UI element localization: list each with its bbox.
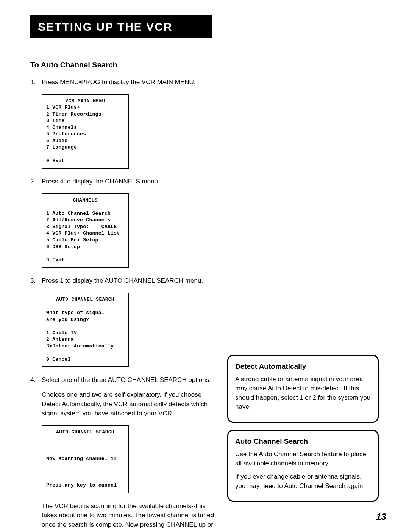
screen-vcr-main-menu: VCR MAIN MENU1 VCR Plus+ 2 Timer Recordi… (42, 94, 129, 169)
menu-item: 5 Preferences (46, 131, 86, 137)
screen-prompt: are you using? (46, 317, 89, 322)
screen-channels: CHANNELS 1 Auto Channel Search 2 Add/Rem… (42, 193, 129, 268)
menu-item: 5 Cable Box Setup (46, 237, 98, 243)
screen-title: CHANNELS (46, 197, 124, 204)
step-4: 4. Select one of the three AUTO CHANNEL … (30, 376, 220, 418)
screen-title: AUTO CHANNEL SEARCH (46, 296, 124, 303)
screen-title: VCR MAIN MENU (46, 98, 124, 105)
scan-status: Now scanning channel 14 (46, 456, 117, 462)
menu-item: 2 Add/Remove Channels (46, 217, 111, 223)
step-number: 3. (30, 276, 42, 286)
callout-text: A strong cable or antenna signal in your… (235, 375, 371, 412)
callout-column: Detect Automatically A strong cable or a… (227, 355, 379, 509)
menu-item: 1 Cable TV (46, 330, 77, 336)
menu-item: 0 Cancel (46, 357, 71, 362)
step-text-line: Select one of the three AUTO CHANNEL SEA… (42, 376, 211, 383)
callout-text: If you ever change cable or antenna sign… (235, 472, 371, 491)
callout-title: Auto Channel Search (235, 436, 371, 447)
step-paragraph: Choices one and two are self-explanatory… (42, 391, 208, 417)
menu-item: 2 Antenna (46, 336, 74, 342)
step-paragraph: The VCR begins scanning for the availabl… (42, 502, 220, 532)
screen-prompt: What type of signal (46, 310, 105, 316)
menu-item: 2 Timer Recordings (46, 111, 101, 117)
step-2: 2. Press 4 to display the CHANNELS menu. (30, 177, 220, 186)
step-text: Press 4 to display the CHANNELS menu. (42, 177, 220, 186)
menu-item: 4 Channels (46, 125, 77, 130)
step-number: 2. (30, 177, 42, 186)
main-column: To Auto Channel Search 1. Press MENU•PRO… (30, 61, 220, 532)
step-1: 1. Press MENU•PROG to display the VCR MA… (30, 78, 220, 87)
menu-item: 0 Exit (46, 257, 65, 263)
menu-item: 4 VCR Plus+ Channel List (46, 230, 120, 236)
step-3: 3. Press 1 to display the AUTO CHANNEL S… (30, 276, 220, 286)
step-text: Press MENU•PROG to display the VCR MAIN … (42, 78, 220, 87)
screen-auto-channel-search: AUTO CHANNEL SEARCH What type of signal … (42, 293, 129, 367)
callout-auto-channel-search: Auto Channel Search Use the Auto Channel… (227, 430, 379, 502)
menu-item: 1 Auto Channel Search (46, 211, 111, 216)
screen-scanning: AUTO CHANNEL SEARCH Now scanning channel… (42, 425, 129, 493)
page-header: SETTING UP THE VCR (30, 15, 212, 38)
scan-cancel: Press any key to cancel (46, 482, 117, 488)
section-title: To Auto Channel Search (30, 61, 220, 69)
menu-item: 3 Time (46, 118, 65, 124)
steps-list: 1. Press MENU•PROG to display the VCR MA… (30, 78, 220, 87)
callout-detect-automatically: Detect Automatically A strong cable or a… (227, 355, 379, 423)
callout-title: Detect Automatically (235, 361, 371, 372)
menu-item: 6 DSS Setup (46, 244, 80, 250)
step-number: 4. (30, 376, 42, 418)
page-number: 13 (376, 512, 386, 522)
menu-item: 7 Language (46, 144, 77, 150)
step-number: 1. (30, 78, 42, 87)
menu-item: 3>Detect Automatically (46, 343, 114, 349)
menu-item: 6 Audio (46, 138, 68, 144)
menu-item: 3 Signal Type: CABLE (46, 224, 117, 230)
step-text: Select one of the three AUTO CHANNEL SEA… (42, 376, 220, 418)
step-text: Press 1 to display the AUTO CHANNEL SEAR… (42, 276, 220, 286)
menu-item: 1 VCR Plus+ (46, 105, 80, 110)
callout-text: Use the Auto Channel Search feature to p… (235, 450, 371, 468)
screen-title: AUTO CHANNEL SEARCH (46, 429, 124, 436)
menu-item: 0 Exit (46, 158, 65, 164)
